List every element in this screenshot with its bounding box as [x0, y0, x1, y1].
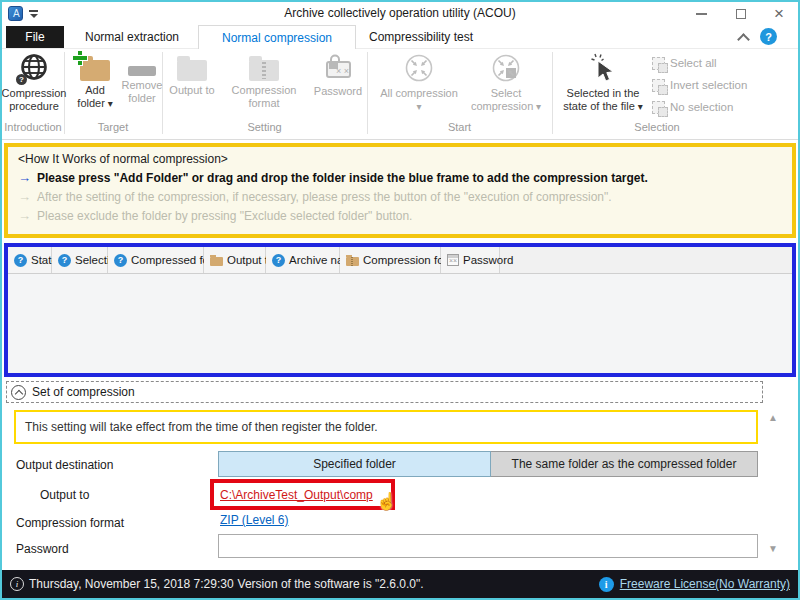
- help-badge-icon: [58, 254, 71, 267]
- chevron-up-circle-icon: [11, 385, 26, 400]
- compress-select-icon: [490, 52, 522, 84]
- marquee-icon: [652, 57, 665, 70]
- compression-format-label: Compression format: [16, 516, 124, 530]
- column-header-output-to[interactable]: Output to: [204, 247, 266, 273]
- compression-procedure-button[interactable]: Compression procedure: [2, 52, 66, 113]
- specified-folder-option[interactable]: Specified folder: [218, 451, 491, 477]
- table-body-empty[interactable]: [8, 274, 792, 373]
- how-it-works-panel: <How It Works of normal compression> Ple…: [4, 143, 796, 238]
- tab-normal-compression[interactable]: Normal compression: [198, 25, 356, 49]
- minimize-icon: [696, 13, 707, 15]
- tab-normal-extraction[interactable]: Normal extraction: [68, 26, 196, 48]
- acou-window: Archive collectively operation utility (…: [0, 0, 800, 600]
- tab-compressibility-test[interactable]: Compressibility test: [358, 26, 484, 48]
- group-label-selection: Selection: [552, 121, 762, 133]
- selected-state-button[interactable]: Selected in the state of the file: [554, 52, 652, 113]
- table-header-row: State Selection Compressed folder Output…: [8, 247, 792, 274]
- help-badge-icon: [14, 254, 27, 267]
- arrow-step-icon: [18, 189, 31, 204]
- select-compression-button[interactable]: Select compression: [463, 52, 549, 113]
- output-to-button[interactable]: Output to: [168, 52, 216, 97]
- add-folder-icon: [80, 60, 110, 81]
- svg-text:× ×: × ×: [336, 66, 349, 76]
- same-folder-option[interactable]: The same folder as the compressed folder: [491, 451, 758, 477]
- globe-question-icon: [18, 52, 50, 84]
- remove-folder-icon: [128, 66, 156, 76]
- password-grid-icon: [447, 254, 459, 266]
- tab-file[interactable]: File: [6, 26, 64, 48]
- folder-icon: [177, 60, 207, 81]
- select-all-button[interactable]: Select all: [652, 52, 747, 74]
- arrow-step-icon: [18, 170, 31, 185]
- instructions-title: <How It Works of normal compression>: [18, 152, 782, 166]
- cursor-sparkle-icon: [589, 52, 617, 84]
- status-version: Version of the software is "2.6.0.0".: [238, 577, 424, 591]
- set-of-compression-expander[interactable]: Set of compression: [6, 381, 763, 403]
- column-header-archive-name[interactable]: Archive name: [266, 247, 340, 273]
- output-to-link[interactable]: C:\ArchiveTest_Output\comp: [220, 488, 373, 502]
- group-label-start: Start: [367, 121, 552, 133]
- collapse-ribbon-icon[interactable]: [736, 32, 752, 44]
- help-badge-icon: [114, 254, 127, 267]
- minimize-button[interactable]: [684, 2, 718, 26]
- group-label-setting: Setting: [162, 121, 367, 133]
- invert-selection-button[interactable]: Invert selection: [652, 74, 747, 96]
- ribbon: Compression procedure Add folder Remove …: [2, 49, 798, 140]
- output-destination-label: Output destination: [16, 458, 113, 472]
- compression-format-button[interactable]: Compression format: [218, 52, 310, 110]
- status-bar: Thursday, November 15, 2018 7:29:30 Vers…: [2, 570, 798, 598]
- no-selection-button[interactable]: No selection: [652, 96, 747, 118]
- highlight-red-box: C:\ArchiveTest_Output\comp: [210, 479, 395, 510]
- folder-zip-icon: [346, 257, 359, 266]
- instruction-step: Please press "Add Folder" or drag and dr…: [18, 170, 782, 185]
- group-label-target: Target: [64, 121, 162, 133]
- instruction-step: Please exclude the folder by pressing "E…: [18, 208, 782, 223]
- hand-cursor-icon: [376, 491, 397, 512]
- scroll-down-icon[interactable]: [768, 543, 778, 554]
- marquee-icon: [652, 79, 665, 92]
- password-lock-icon: × ×: [322, 52, 354, 82]
- plus-icon: [73, 51, 87, 65]
- folder-icon: [210, 257, 223, 266]
- maximize-button[interactable]: [724, 2, 758, 26]
- marquee-icon: [652, 101, 665, 114]
- setting-notice: This setting will take effect from the t…: [14, 410, 758, 444]
- question-badge-icon: [16, 74, 27, 85]
- compression-target-table[interactable]: State Selection Compressed folder Output…: [4, 243, 796, 377]
- folder-zip-icon: [249, 60, 279, 81]
- remove-folder-button[interactable]: Remove folder: [120, 52, 164, 105]
- arrow-step-icon: [18, 208, 31, 223]
- column-header-compression-format[interactable]: Compression format: [340, 247, 441, 273]
- info-icon: [599, 577, 614, 592]
- output-to-label: Output to: [40, 488, 89, 502]
- column-header-password[interactable]: Password: [441, 247, 500, 273]
- help-badge-icon: [272, 254, 285, 267]
- title-bar: Archive collectively operation utility (…: [2, 2, 798, 26]
- output-destination-toggle: Specified folder The same folder as the …: [218, 451, 758, 477]
- column-header-compressed-folder[interactable]: Compressed folder: [108, 247, 204, 273]
- all-compression-button[interactable]: All compression: [377, 52, 461, 113]
- freeware-license-link[interactable]: Freeware License(No Warranty): [620, 577, 790, 591]
- instruction-step: After the setting of the compression, if…: [18, 189, 782, 204]
- scroll-up-icon[interactable]: [768, 412, 778, 423]
- expander-label: Set of compression: [32, 385, 135, 399]
- add-folder-button[interactable]: Add folder: [70, 52, 120, 110]
- close-button[interactable]: [762, 2, 796, 26]
- close-icon: [774, 9, 784, 19]
- info-icon: [10, 577, 24, 591]
- selection-small-buttons: Select all Invert selection No selection: [652, 52, 747, 118]
- group-label-introduction: Introduction: [2, 121, 64, 133]
- compress-all-icon: [403, 52, 435, 84]
- status-datetime: Thursday, November 15, 2018 7:29:30: [29, 577, 234, 591]
- compression-format-link[interactable]: ZIP (Level 6): [220, 513, 288, 527]
- window-title: Archive collectively operation utility (…: [2, 6, 798, 20]
- password-input[interactable]: [218, 534, 758, 558]
- ribbon-tab-strip: File Normal extraction Normal compressio…: [2, 26, 798, 49]
- password-label: Password: [16, 542, 69, 556]
- column-header-selection[interactable]: Selection: [52, 247, 108, 273]
- column-header-state[interactable]: State: [8, 247, 52, 273]
- password-button[interactable]: × × Password: [310, 52, 366, 98]
- help-icon[interactable]: [760, 28, 777, 45]
- maximize-icon: [736, 9, 746, 19]
